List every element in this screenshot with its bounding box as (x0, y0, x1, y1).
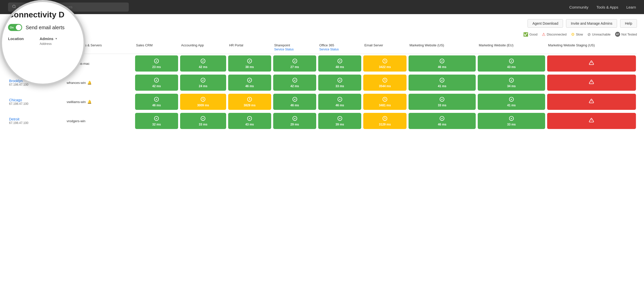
status-cell-0-1[interactable]: 42 ms (179, 54, 227, 73)
status-type-icon (382, 116, 387, 122)
location-ip: 67.198.47.100 (9, 102, 65, 106)
nav-learn[interactable]: Learn (626, 5, 636, 9)
status-cell-0-2[interactable]: 38 ms (227, 54, 272, 73)
status-type-icon (509, 116, 514, 122)
status-cell-1-2[interactable]: 46 ms (227, 73, 272, 92)
status-cell-3-2[interactable]: 43 ms (227, 111, 272, 131)
status-cell-2-6[interactable]: 33 ms (408, 92, 477, 111)
status-type-icon (292, 58, 297, 65)
status-ms: 46 ms (438, 65, 446, 69)
status-ms: 32 ms (152, 123, 161, 126)
status-type-icon (154, 97, 159, 103)
status-cell-1-7[interactable]: 34 ms (477, 73, 546, 92)
bell-icon[interactable]: 🔔 (87, 81, 92, 85)
status-cell-0-3[interactable]: 27 ms (272, 54, 317, 73)
status-cell-3-8[interactable] (546, 111, 637, 131)
status-cell-0-7[interactable]: 43 ms (477, 54, 546, 73)
location-name[interactable]: Chicago (9, 98, 65, 102)
status-type-icon (439, 58, 445, 65)
status-cell-1-3[interactable]: 42 ms (272, 73, 317, 92)
status-cell-3-5[interactable]: 3129 ms (362, 111, 407, 131)
col-header-accounting-app: Accounting App (179, 41, 227, 54)
help-button[interactable]: Help (620, 19, 637, 28)
status-type-icon (439, 97, 445, 103)
status-type-icon (292, 78, 297, 84)
location-ip: 67.198.47.100 (9, 121, 65, 125)
disconnected-icon: ⚠ (542, 32, 545, 37)
status-indicator: 3009 ms (180, 94, 226, 110)
workstation-name: wfrances-win🔔 (67, 81, 133, 85)
magnifier-title: Connectivity D (8, 10, 77, 19)
toolbar: Targets Agent Download Invite and Manage… (7, 19, 637, 28)
status-cell-3-6[interactable]: 46 ms (408, 111, 477, 131)
status-cell-3-7[interactable]: 33 ms (477, 111, 546, 131)
status-cell-2-2[interactable]: 3829 ms (227, 92, 272, 111)
status-cell-3-3[interactable]: 29 ms (272, 111, 317, 131)
good-icon: ✅ (523, 32, 528, 37)
status-cell-0-6[interactable]: 46 ms (408, 54, 477, 73)
status-indicator: 48 ms (318, 55, 361, 72)
status-indicator: 3422 ms (363, 55, 406, 72)
magnifier-overlay: Connectivity D On Send email alerts Loca… (0, 0, 86, 86)
col-header-mkt-us: Marketing Website (US) (408, 41, 477, 54)
status-cell-1-6[interactable]: 41 ms (408, 73, 477, 92)
status-ms: 23 ms (152, 65, 161, 69)
status-indicator: 3544 ms (363, 75, 406, 91)
status-type-icon (154, 116, 159, 122)
status-indicator: 46 ms (135, 94, 178, 110)
status-cell-2-8[interactable] (546, 92, 637, 111)
status-ms: 3544 ms (379, 84, 391, 88)
status-type-icon (509, 58, 514, 65)
status-indicator: 3481 ms (363, 94, 406, 110)
status-cell-0-0[interactable]: 23 ms (134, 54, 179, 73)
status-ms: 33 ms (507, 123, 516, 126)
status-indicator: 29 ms (273, 113, 316, 129)
sharepoint-service-status-link[interactable]: Service Status (274, 48, 315, 51)
targets-table-wrapper: Location Workstations & Servers Sales CR… (7, 41, 637, 131)
status-cell-2-5[interactable]: 3481 ms (362, 92, 407, 111)
nav-links: Community Tools & Apps Learn (569, 5, 636, 9)
status-indicator: 46 ms (409, 55, 476, 72)
bell-icon[interactable]: 🔔 (87, 100, 92, 104)
status-ms: 3009 ms (197, 104, 209, 107)
email-alerts-toggle[interactable]: On (8, 24, 22, 31)
status-cell-0-5[interactable]: 3422 ms (362, 54, 407, 73)
status-cell-2-4[interactable]: 46 ms (317, 92, 362, 111)
status-indicator: 42 ms (135, 75, 178, 91)
status-cell-3-1[interactable]: 33 ms (179, 111, 227, 131)
table-row: Detroit 67.198.47.100 vrodgers-win 32 ms… (7, 111, 637, 131)
status-cell-1-4[interactable]: 33 ms (317, 73, 362, 92)
location-name[interactable]: Detroit (9, 117, 65, 121)
status-cell-2-7[interactable]: 41 ms (477, 92, 546, 111)
status-cell-1-5[interactable]: 3544 ms (362, 73, 407, 92)
status-cell-2-0[interactable]: 46 ms (134, 92, 179, 111)
status-cell-3-4[interactable]: 39 ms (317, 111, 362, 131)
nav-tools-apps[interactable]: Tools & Apps (596, 5, 618, 9)
status-cell-1-8[interactable] (546, 73, 637, 92)
agent-download-button[interactable]: Agent Download (528, 19, 563, 28)
status-indicator (547, 113, 636, 129)
toggle-on-label: On (10, 26, 14, 29)
col-header-office365: Office 365 Service Status (317, 41, 362, 54)
svg-line-1 (15, 7, 16, 8)
status-ms: 42 ms (152, 84, 161, 88)
status-cell-2-1[interactable]: 3009 ms (179, 92, 227, 111)
workstation-name: vwilliams-win🔔 (67, 100, 133, 104)
status-cell-1-1[interactable]: 24 ms (179, 73, 227, 92)
nav-community[interactable]: Community (569, 5, 588, 9)
status-ms: 33 ms (336, 84, 344, 88)
status-indicator: 3829 ms (228, 94, 271, 110)
status-indicator: 27 ms (273, 55, 316, 72)
status-cell-2-3[interactable]: 46 ms (272, 92, 317, 111)
invite-admins-button[interactable]: Invite and Manage Admins (566, 19, 617, 28)
status-cell-0-4[interactable]: 48 ms (317, 54, 362, 73)
status-cell-3-0[interactable]: 32 ms (134, 111, 179, 131)
status-indicator: 34 ms (478, 75, 545, 91)
status-type-icon (382, 78, 387, 84)
legend-not-tested: NT Not Tested (615, 32, 637, 37)
status-indicator: 33 ms (180, 113, 226, 129)
status-cell-0-8[interactable] (546, 54, 637, 73)
status-indicator: 39 ms (318, 113, 361, 129)
status-cell-1-0[interactable]: 42 ms (134, 73, 179, 92)
office365-service-status-link[interactable]: Service Status (319, 48, 360, 51)
